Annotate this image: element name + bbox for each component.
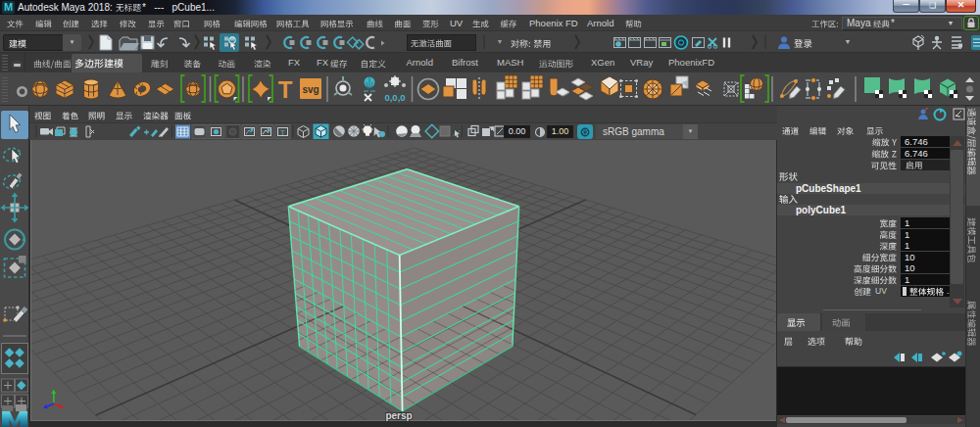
svg-text:svg: svg [302,84,318,95]
svg-text:T: T [278,76,293,103]
svg-text:0,0,0: 0,0,0 [384,92,405,103]
svg-text:persp: persp [385,410,412,421]
svg-text:T: T [280,128,285,137]
